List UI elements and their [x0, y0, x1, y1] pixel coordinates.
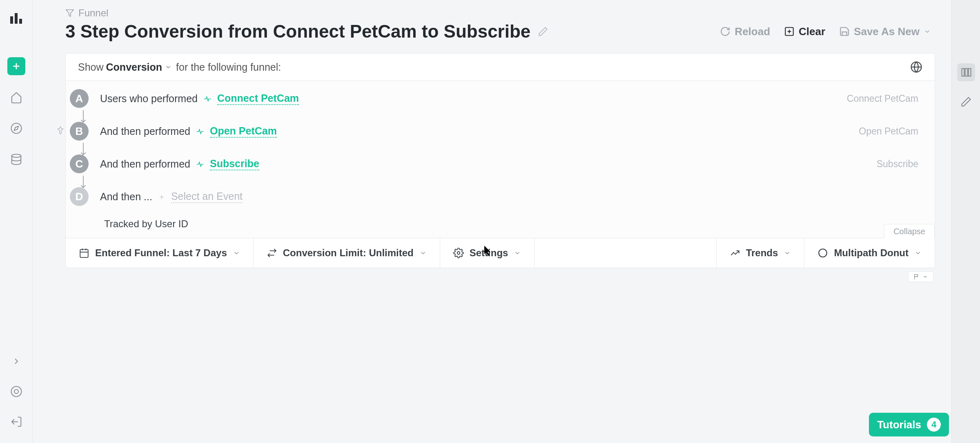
svg-marker-11 [66, 10, 74, 17]
clear-label: Clear [799, 25, 825, 38]
flag-icon [913, 273, 920, 280]
config-bar: Show Conversion for the following funnel… [65, 53, 935, 81]
panels-icon[interactable] [957, 63, 975, 81]
right-sidebar [951, 0, 980, 443]
plus-icon [158, 193, 165, 201]
conversion-limit-label: Conversion Limit: Unlimited [283, 247, 414, 259]
svg-point-28 [457, 252, 460, 255]
chart-type-label: Multipath Donut [834, 247, 909, 259]
step-right-label: Connect PetCam [847, 89, 922, 104]
expand-sidebar-icon[interactable] [7, 352, 25, 370]
svg-rect-8 [962, 69, 964, 76]
funnel-step-c: C And then performed Subscribe Subscribe [70, 154, 922, 173]
chevron-down-icon [924, 28, 931, 35]
pulse-icon [203, 95, 212, 103]
tutorials-count-badge: 4 [927, 418, 941, 432]
trend-icon [730, 248, 740, 258]
date-range-selector[interactable]: Entered Funnel: Last 7 Days [66, 238, 254, 268]
edit-icon[interactable] [957, 93, 975, 111]
step-letter: D [70, 187, 89, 206]
trends-selector[interactable]: Trends [717, 238, 805, 268]
step-letter: A [70, 89, 89, 108]
event-link[interactable]: Subscribe [210, 158, 259, 170]
app-logo [10, 11, 22, 24]
tutorials-button[interactable]: Tutorials 4 [869, 413, 949, 436]
breadcrumb-label: Funnel [78, 7, 108, 19]
chevron-down-icon [514, 249, 521, 257]
donut-icon [817, 248, 828, 258]
flag-footer[interactable] [908, 271, 933, 282]
chevron-down-icon [914, 249, 922, 257]
step-prefix: Users who performed [100, 93, 198, 105]
calendar-icon [79, 248, 89, 258]
funnel-steps: A Users who performed Connect PetCam Con… [65, 81, 935, 238]
save-icon [839, 26, 850, 37]
home-icon[interactable] [7, 88, 25, 106]
chart-type-selector[interactable]: Multipath Donut [804, 238, 935, 268]
chevron-down-icon [419, 249, 427, 257]
metric-selector[interactable]: Conversion [106, 61, 163, 73]
reload-label: Reload [735, 25, 770, 38]
svg-point-29 [819, 249, 827, 257]
funnel-step-b: B And then performed Open PetCam Open Pe… [70, 122, 922, 141]
reload-icon [720, 26, 731, 37]
reload-button[interactable]: Reload [720, 25, 770, 38]
svg-point-6 [14, 389, 18, 394]
chevron-down-icon[interactable] [165, 63, 172, 71]
logout-icon[interactable] [7, 413, 25, 431]
gear-icon [453, 248, 464, 258]
svg-marker-3 [14, 126, 18, 130]
funnel-icon [65, 9, 74, 18]
globe-icon[interactable] [910, 61, 922, 73]
step-prefix: And then performed [100, 125, 190, 137]
pulse-icon [196, 160, 204, 168]
step-prefix: And then ... [100, 191, 152, 203]
step-right-label: Subscribe [877, 154, 922, 170]
show-prefix: Show [78, 61, 104, 73]
svg-rect-9 [965, 69, 967, 76]
compass-icon[interactable] [7, 119, 25, 137]
step-right-label: Open PetCam [859, 122, 922, 137]
funnel-step-d: D And then ... Select an Event [70, 187, 922, 206]
swap-icon [267, 248, 277, 258]
event-link[interactable]: Connect PetCam [217, 92, 299, 105]
trends-label: Trends [746, 247, 778, 259]
conversion-limit-selector[interactable]: Conversion Limit: Unlimited [254, 238, 440, 268]
tutorials-label: Tutorials [877, 418, 921, 431]
database-icon[interactable] [7, 150, 25, 168]
pulse-icon [196, 128, 204, 136]
edit-title-icon[interactable] [538, 26, 548, 37]
left-sidebar [0, 0, 33, 443]
svg-point-2 [11, 123, 21, 134]
chevron-down-icon [922, 274, 928, 280]
svg-point-4 [11, 154, 21, 158]
select-event-placeholder[interactable]: Select an Event [171, 190, 243, 203]
settings-bar: Entered Funnel: Last 7 Days Conversion L… [65, 238, 935, 268]
svg-rect-22 [80, 249, 88, 257]
tracked-by: Tracked by User ID [70, 214, 922, 230]
help-icon[interactable] [7, 383, 25, 400]
clear-icon [784, 26, 795, 37]
clear-button[interactable]: Clear [784, 25, 825, 38]
chevron-down-icon [233, 249, 240, 257]
new-button[interactable] [7, 57, 25, 75]
step-letter: B [70, 122, 89, 141]
event-link[interactable]: Open PetCam [210, 125, 277, 138]
breadcrumb: Funnel [65, 7, 935, 19]
page-title: 3 Step Conversion from Connect PetCam to… [65, 21, 530, 42]
funnel-step-a: A Users who performed Connect PetCam Con… [70, 89, 922, 108]
save-as-new-button[interactable]: Save As New [839, 25, 931, 38]
main-content: Funnel 3 Step Conversion from Connect Pe… [33, 0, 951, 443]
chevron-down-icon [784, 249, 791, 257]
pin-icon[interactable] [56, 126, 65, 135]
save-as-new-label: Save As New [854, 25, 920, 38]
collapse-button[interactable]: Collapse [884, 224, 935, 239]
svg-rect-10 [968, 69, 971, 76]
svg-point-5 [11, 387, 21, 397]
show-suffix: for the following funnel: [176, 61, 281, 73]
step-letter: C [70, 154, 89, 173]
step-prefix: And then performed [100, 158, 190, 170]
date-range-label: Entered Funnel: Last 7 Days [95, 247, 227, 259]
